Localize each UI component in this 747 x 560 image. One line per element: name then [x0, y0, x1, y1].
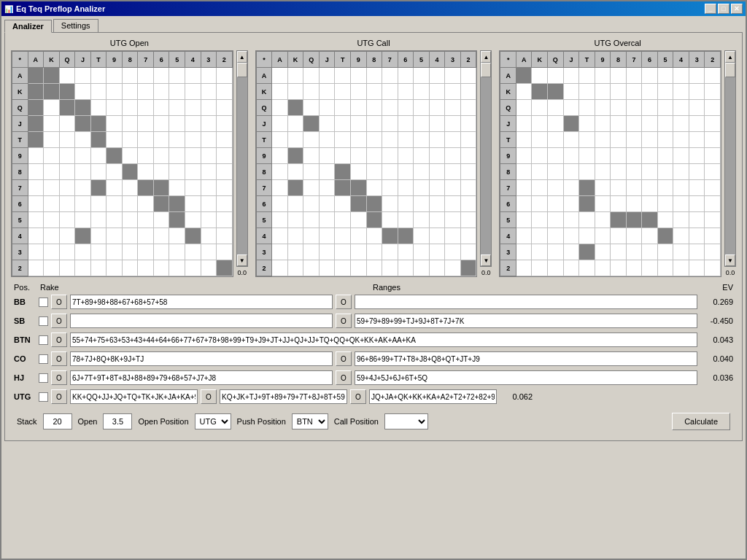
grid-cell[interactable]	[460, 244, 476, 260]
grid-cell[interactable]	[107, 212, 123, 228]
grid-cell[interactable]	[382, 84, 398, 100]
grid-cell[interactable]	[657, 180, 673, 196]
grid-cell[interactable]	[138, 68, 154, 84]
maximize-button[interactable]: □	[718, 4, 729, 14]
grid-cell[interactable]	[366, 116, 382, 132]
grid-cell[interactable]	[366, 180, 382, 196]
grid-cell[interactable]	[579, 116, 595, 132]
tab-settings[interactable]: Settings	[53, 19, 98, 32]
grid-cell[interactable]	[201, 148, 217, 164]
grid-cell[interactable]	[548, 116, 564, 132]
grid-cell[interactable]	[272, 212, 288, 228]
grid-cell[interactable]	[153, 212, 169, 228]
grid-cell[interactable]	[75, 244, 91, 260]
grid-cell[interactable]	[153, 100, 169, 116]
grid-cell[interactable]	[122, 228, 138, 244]
grid-cell[interactable]	[335, 100, 351, 116]
grid-cell[interactable]	[335, 164, 351, 180]
grid-cell[interactable]	[319, 212, 335, 228]
grid-cell[interactable]	[705, 148, 721, 164]
grid-cell[interactable]	[382, 164, 398, 180]
grid-cell[interactable]	[138, 116, 154, 132]
grid-cell[interactable]	[217, 164, 233, 180]
grid-cell[interactable]	[705, 164, 721, 180]
grid-cell[interactable]	[169, 180, 185, 196]
grid-cell[interactable]	[272, 148, 288, 164]
grid-cell[interactable]	[44, 260, 60, 276]
grid-cell[interactable]	[90, 148, 107, 164]
grid-cell[interactable]	[28, 132, 44, 148]
grid-cell[interactable]	[595, 132, 611, 148]
grid-cell[interactable]	[303, 148, 320, 164]
grid-cell[interactable]	[563, 228, 579, 244]
grid-cell[interactable]	[398, 148, 414, 164]
grid-cell[interactable]	[460, 68, 476, 84]
grid-cell[interactable]	[414, 196, 430, 212]
grid-cell[interactable]	[272, 132, 288, 148]
grid-cell[interactable]	[382, 100, 398, 116]
grid-cell[interactable]	[153, 180, 169, 196]
grid-cell[interactable]	[460, 116, 476, 132]
grid-cell[interactable]	[532, 84, 548, 100]
grid-cell[interactable]	[626, 260, 642, 276]
grid-cell[interactable]	[516, 100, 532, 116]
grid-cell[interactable]	[122, 164, 138, 180]
grid-cell[interactable]	[563, 196, 579, 212]
grid-cell[interactable]	[563, 84, 579, 100]
grid-cell[interactable]	[626, 180, 642, 196]
grid-cell[interactable]	[429, 116, 445, 132]
grid-cell[interactable]	[657, 68, 673, 84]
grid-cell[interactable]	[414, 148, 430, 164]
grid-cell[interactable]	[303, 164, 320, 180]
grid-cell[interactable]	[579, 100, 595, 116]
grid-cell[interactable]	[657, 148, 673, 164]
grid-cell[interactable]	[287, 116, 303, 132]
grid-cell[interactable]	[201, 132, 217, 148]
grid-cell[interactable]	[460, 132, 476, 148]
grid-cell[interactable]	[429, 148, 445, 164]
grid-cell[interactable]	[516, 260, 532, 276]
grid-cell[interactable]	[201, 260, 217, 276]
grid-cell[interactable]	[642, 68, 658, 84]
grid-cell[interactable]	[689, 164, 705, 180]
grid-cell[interactable]	[272, 260, 288, 276]
grid-cell[interactable]	[185, 148, 201, 164]
grid-cell[interactable]	[217, 100, 233, 116]
grid-cell[interactable]	[169, 84, 185, 100]
grid-cell[interactable]	[153, 244, 169, 260]
utg-o-btn-1[interactable]: O	[51, 389, 67, 404]
grid-cell[interactable]	[59, 68, 75, 84]
grid-cell[interactable]	[689, 212, 705, 228]
grid-cell[interactable]	[460, 100, 476, 116]
grid-cell[interactable]	[335, 228, 351, 244]
grid-cell[interactable]	[287, 148, 303, 164]
grid-cell[interactable]	[138, 228, 154, 244]
grid-cell[interactable]	[611, 180, 627, 196]
scrollbar-thumb-3[interactable]	[725, 63, 735, 77]
utg-call-grid[interactable]: *AKQJT98765432AKQJT98765432	[255, 50, 478, 277]
grid-cell[interactable]	[122, 196, 138, 212]
grid-cell[interactable]	[611, 260, 627, 276]
grid-cell[interactable]	[28, 116, 44, 132]
grid-cell[interactable]	[548, 260, 564, 276]
grid-cell[interactable]	[303, 84, 320, 100]
grid-cell[interactable]	[705, 100, 721, 116]
grid-cell[interactable]	[169, 100, 185, 116]
grid-cell[interactable]	[59, 148, 75, 164]
grid-cell[interactable]	[75, 164, 91, 180]
grid-cell[interactable]	[28, 68, 44, 84]
grid-cell[interactable]	[705, 116, 721, 132]
grid-cell[interactable]	[153, 116, 169, 132]
grid-cell[interactable]	[398, 84, 414, 100]
grid-cell[interactable]	[107, 116, 123, 132]
grid-cell[interactable]	[169, 116, 185, 132]
co-range2[interactable]	[355, 351, 697, 366]
grid-cell[interactable]	[445, 84, 461, 100]
grid-cell[interactable]	[382, 148, 398, 164]
sb-o-btn-1[interactable]: O	[51, 314, 67, 328]
grid-cell[interactable]	[303, 212, 320, 228]
grid-cell[interactable]	[351, 228, 367, 244]
grid-cell[interactable]	[429, 84, 445, 100]
grid-cell[interactable]	[595, 100, 611, 116]
grid-cell[interactable]	[28, 100, 44, 116]
